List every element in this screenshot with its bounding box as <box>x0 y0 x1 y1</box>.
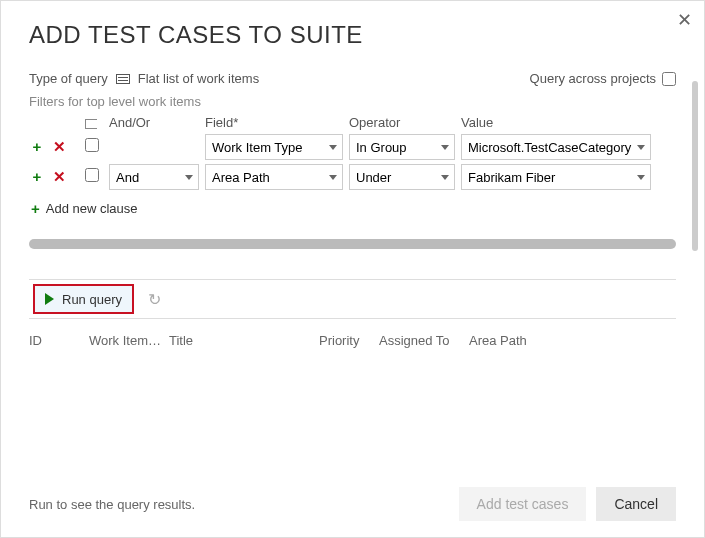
run-query-label: Run query <box>62 292 122 307</box>
flat-list-icon <box>116 74 130 84</box>
query-across-checkbox[interactable] <box>662 72 676 86</box>
header-value: Value <box>461 115 676 130</box>
clause-row: + ✕ <box>29 164 676 190</box>
operator-dropdown[interactable] <box>349 134 455 160</box>
group-icon <box>85 119 97 129</box>
play-icon <box>45 293 54 305</box>
add-test-cases-dialog: ✕ ADD TEST CASES TO SUITE Type of query … <box>1 1 704 537</box>
value-dropdown[interactable] <box>461 164 651 190</box>
cancel-button[interactable]: Cancel <box>596 487 676 521</box>
add-clause-icon[interactable]: + <box>29 168 45 186</box>
query-toolbar: Run query ↻ <box>29 279 676 319</box>
add-test-cases-button[interactable]: Add test cases <box>459 487 587 521</box>
clause-row: + ✕ <box>29 134 676 160</box>
header-operator: Operator <box>349 115 461 130</box>
clause-checkbox[interactable] <box>85 138 99 152</box>
add-clause-icon[interactable]: + <box>29 138 45 156</box>
add-clause-label: Add new clause <box>46 201 138 216</box>
clause-grid-header: And/Or Field* Operator Value <box>29 115 676 130</box>
andor-dropdown[interactable] <box>109 164 199 190</box>
add-new-clause-button[interactable]: + Add new clause <box>31 200 676 217</box>
query-type-label: Type of query <box>29 71 108 86</box>
remove-clause-icon[interactable]: ✕ <box>51 138 67 156</box>
clause-checkbox[interactable] <box>85 168 99 182</box>
field-dropdown[interactable] <box>205 164 343 190</box>
run-query-button[interactable]: Run query <box>33 284 134 314</box>
query-type-value[interactable]: Flat list of work items <box>138 71 259 86</box>
header-field: Field* <box>205 115 349 130</box>
refresh-icon[interactable]: ↻ <box>148 290 161 309</box>
header-andor: And/Or <box>109 115 205 130</box>
plus-icon: + <box>31 200 40 217</box>
value-dropdown[interactable] <box>461 134 651 160</box>
field-dropdown[interactable] <box>205 134 343 160</box>
col-priority[interactable]: Priority <box>319 333 379 348</box>
close-icon[interactable]: ✕ <box>677 9 692 31</box>
horizontal-scrollbar[interactable] <box>29 239 676 249</box>
filters-section-label: Filters for top level work items <box>29 94 676 109</box>
query-type-row: Type of query Flat list of work items Qu… <box>29 71 676 86</box>
col-id[interactable]: ID <box>29 333 89 348</box>
dialog-footer: Run to see the query results. Add test c… <box>29 487 676 521</box>
query-across-label: Query across projects <box>530 71 656 86</box>
operator-dropdown[interactable] <box>349 164 455 190</box>
remove-clause-icon[interactable]: ✕ <box>51 168 67 186</box>
results-column-headers: ID Work Item… Title Priority Assigned To… <box>29 333 676 348</box>
vertical-scrollbar[interactable] <box>692 81 698 251</box>
col-title[interactable]: Title <box>169 333 319 348</box>
footer-message: Run to see the query results. <box>29 497 195 512</box>
col-assigned-to[interactable]: Assigned To <box>379 333 469 348</box>
col-work-item-type[interactable]: Work Item… <box>89 333 169 348</box>
col-area-path[interactable]: Area Path <box>469 333 569 348</box>
dialog-title: ADD TEST CASES TO SUITE <box>29 21 676 49</box>
